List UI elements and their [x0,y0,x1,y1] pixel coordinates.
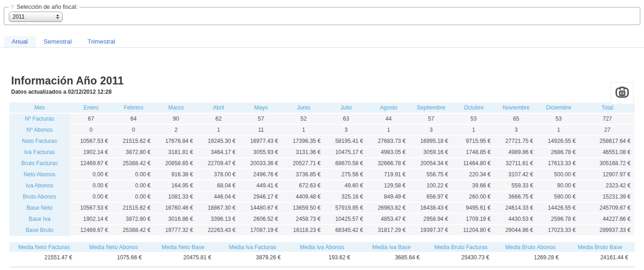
row-label: Base Bruto [9,225,70,236]
table-cell: 275.56 € [325,169,368,180]
table-cell: 24614.33 € [495,203,538,214]
table-cell: 556.75 € [410,169,453,180]
column-header: Febrero [112,103,155,114]
tab-semestral[interactable]: Semestral [36,36,80,47]
table-cell: 65 [495,114,538,125]
table-cell: 19777.32 € [155,225,197,236]
row-label: Neto Facturas [9,136,70,147]
summary-column-header: Media Bruto Base [565,242,635,252]
table-row: Base Iva1902.14 €3872.80 €3016.86 €3396.… [9,214,635,225]
summary-value-row: 21551.47 €1075.66 €20475.81 €3879.26 €19… [9,252,635,263]
table-cell: 14926.55 € [538,136,580,147]
fiscal-year-legend-label: Selección de año fiscal: [17,4,78,10]
table-cell: 446.04 € [197,192,240,203]
table-cell: 4983.05 € [368,147,410,158]
fiscal-year-select-value: 2011 [13,13,25,20]
table-cell: 849.49 € [368,192,410,203]
summary-value-cell: 24161.44 € [565,252,635,263]
table-cell: 0 [112,125,155,136]
table-cell: 3396.13 € [197,214,240,225]
table-cell: 2596.78 € [538,214,580,225]
table-cell: 19397.37 € [410,225,453,236]
row-label: Neto Abonos [9,169,70,180]
table-cell: 0.00 € [70,180,112,192]
table-cell: 10567.53 € [70,136,112,147]
table-cell: 719.91 € [368,169,410,180]
tab-anual[interactable]: Anual [4,36,36,47]
print-button[interactable] [611,82,634,104]
table-cell: 727 [580,114,635,125]
table-cell: 4430.53 € [495,214,538,225]
summary-value-cell: 193.62 € [287,252,357,263]
table-cell: 17676.84 € [155,136,197,147]
table-cell: 1 [283,125,325,136]
table-cell: 67 [70,114,112,125]
table-cell: 1902.14 € [70,214,112,225]
table-cell: 68.04 € [197,180,240,192]
table-cell: 559.33 € [495,180,538,192]
table-row: Nº Abonos002111131313127 [9,125,635,136]
table-cell: 49.60 € [325,180,368,192]
select-arrows-icon [56,14,59,19]
table-cell: 27 [580,125,635,136]
table-cell: 53 [538,114,580,125]
table-cell: 245709.67 € [580,203,635,214]
table-cell: 3736.85 € [283,169,325,180]
row-label: Base Neto [9,203,70,214]
table-cell: 11204.80 € [453,225,495,236]
table-cell: 129.58 € [368,180,410,192]
summary-column-header: Media Iva Facturas [218,242,288,252]
summary-header-row: Media Neto FacturasMedia Neto AbonosMedi… [9,242,635,252]
printer-icon [614,85,630,101]
table-cell: 4989.86 € [495,147,538,158]
table-cell: 52 [283,114,325,125]
content-panel: Información Año 2011 Datos actualizados … [0,75,644,267]
tab-trimestral[interactable]: Trimestral [79,36,123,47]
table-cell: 1748.85 € [453,147,495,158]
collapse-triangle-icon[interactable]: ▽ [11,5,14,9]
table-cell: 90.00 € [538,180,580,192]
table-cell: 672.63 € [283,180,325,192]
table-cell: 2686.78 € [538,147,580,158]
table-cell: 12469.67 € [70,158,112,169]
summary-value-cell: 3685.64 € [357,252,427,263]
table-cell: 32711.61 € [495,158,538,169]
column-header: Julio [325,103,368,114]
table-cell: 16995.18 € [410,136,453,147]
table-cell: 3872.80 € [112,214,155,225]
table-cell: 14480.67 € [240,203,283,214]
column-header: Noviembre [495,103,538,114]
table-cell: 22709.47 € [197,158,240,169]
row-label: Iva Facturas [9,147,70,158]
table-cell: 220.34 € [453,169,495,180]
table-cell: 62 [197,114,240,125]
column-header: Abril [197,103,240,114]
summary-column-header: Media Iva Abonos [287,242,357,252]
table-cell: 9715.95 € [453,136,495,147]
main-table-body: Nº Facturas676490625752634457536553727Nº… [9,114,635,236]
table-cell: 916.38 € [155,169,197,180]
table-row: Neto Facturas10567.53 €21515.62 €17676.8… [9,136,635,147]
table-cell: 3464.17 € [197,147,240,158]
column-header: Octubre [453,103,495,114]
summary-value-cell: 1269.28 € [496,252,565,263]
table-row: Bruto Abonos0.00 €0.00 €1081.33 €446.04 … [9,192,635,203]
summary-table: Media Neto FacturasMedia Neto AbonosMedi… [9,242,635,263]
table-cell: 3055.93 € [240,147,283,158]
table-row: Neto Abonos0.00 €0.00 €916.38 €378.00 €2… [9,169,635,180]
summary-value-cell: 20475.81 € [148,252,218,263]
column-header: Diciembre [538,103,580,114]
summary-column-header: Media Neto Abonos [79,242,149,252]
table-cell: 17087.19 € [240,225,283,236]
summary-column-header: Media Iva Base [357,242,427,252]
column-header: Septiembre [410,103,453,114]
table-cell: 16438.43 € [410,203,453,214]
column-header: Agosto [368,103,410,114]
table-cell: 258617.64 € [580,136,635,147]
summary-column-header: Media Neto Facturas [9,242,79,252]
fiscal-year-select[interactable]: 2011 [9,12,63,22]
table-cell: 20033.36 € [240,158,283,169]
table-cell: 289937.33 € [580,225,635,236]
column-header: Mayo [240,103,283,114]
table-cell: 1 [368,125,410,136]
